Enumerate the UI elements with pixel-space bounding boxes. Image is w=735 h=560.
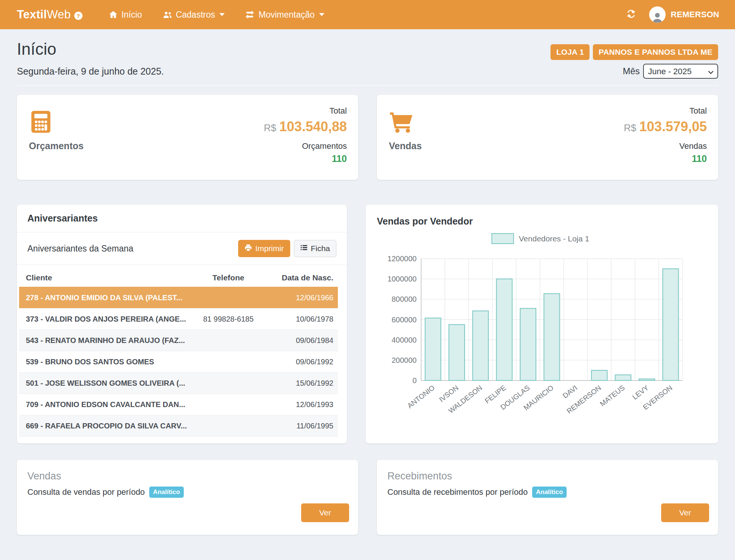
report-title: Recebimentos: [387, 470, 708, 482]
client-birthdate: 11/06/1995: [268, 422, 333, 430]
nav-label: Início: [122, 10, 142, 20]
bar-antonio[interactable]: [425, 318, 441, 380]
chevron-down-icon: [219, 13, 225, 16]
x-tick-label: LEVY: [631, 383, 650, 401]
y-tick-label: 0: [412, 376, 417, 385]
brand[interactable]: TextilWeb ?: [17, 8, 82, 21]
report-subtitle: Consulta de vendas por período: [27, 487, 145, 497]
divider: [17, 85, 718, 86]
imprimir-button[interactable]: Imprimir: [238, 240, 290, 257]
birthdays-table: Cliente Telefone Data de Nasc. 278 - ANT…: [19, 269, 338, 443]
table-row[interactable]: 501 - JOSE WELISSON GOMES OLIVEIRA (...1…: [19, 372, 338, 394]
vendas-card: Vendas Total R$103.579,05 Vendas 110: [377, 95, 718, 180]
client-name: 501 - JOSE WELISSON GOMES OLIVEIRA (...: [26, 379, 189, 388]
analitico-badge: Analítico: [149, 487, 184, 498]
table-row[interactable]: 539 - BRUNO DOS SANTOS GOMES09/06/1992: [19, 351, 338, 372]
brand-text: TextilWeb: [17, 8, 71, 21]
currency: R$: [264, 122, 276, 133]
ver-button[interactable]: Ver: [301, 503, 349, 522]
bar-everson[interactable]: [663, 269, 678, 380]
top-navbar: TextilWeb ? Início Cadastros: [0, 0, 735, 29]
y-tick-label: 1200000: [387, 255, 417, 263]
client-name: 309 - ANA SEVERINA PAES DA SILVA: [26, 443, 189, 444]
client-name: 278 - ANTONIO EMIDIO DA SILVA (PALEST...: [26, 293, 189, 302]
month-select[interactable]: June - 2025: [643, 64, 718, 79]
legend-label: Vendedores - Loja 1: [519, 234, 590, 243]
col-data-nasc: Data de Nasc.: [268, 273, 333, 282]
report-subtitle: Consulta de recebimentos por período: [387, 487, 528, 497]
nav-item-cadastros[interactable]: Cadastros: [162, 10, 225, 20]
total-value: 103.579,05: [639, 119, 707, 134]
y-tick-label: 800000: [392, 295, 417, 303]
client-birthdate: 12/06/1993: [268, 400, 333, 409]
chevron-down-icon: [319, 13, 324, 16]
exchange-icon: [245, 10, 255, 19]
client-name: 543 - RENATO MARINHO DE ARAUJO (FAZ...: [26, 336, 189, 345]
bar-mauricio[interactable]: [544, 293, 560, 380]
client-name: 709 - ANTONIO EDSON CAVALCANTE DAN...: [26, 400, 189, 409]
currency: R$: [624, 122, 636, 133]
x-tick-label: IVSON: [438, 384, 460, 404]
chart-title: Vendas por Vendedor: [377, 216, 707, 227]
client-name: 539 - BRUNO DOS SANTOS GOMES: [26, 358, 189, 366]
nav-item-inicio[interactable]: Início: [109, 10, 142, 20]
y-tick-label: 400000: [392, 336, 417, 344]
client-birthdate: 09/06/1984: [268, 336, 333, 345]
count-label: Orçamentos: [264, 141, 347, 151]
bar-ivson[interactable]: [449, 325, 465, 380]
cart-icon: [389, 110, 414, 135]
bar-levy[interactable]: [639, 379, 655, 380]
bar-felipe[interactable]: [496, 279, 512, 380]
store-badge: LOJA 1: [550, 44, 590, 60]
y-tick-label: 200000: [392, 356, 417, 364]
table-row[interactable]: 669 - RAFAELA PROCOPIO DA SILVA CARV...1…: [19, 415, 338, 436]
home-icon: [109, 10, 118, 19]
x-tick-label: MATEUS: [598, 384, 626, 408]
count-value: 110: [624, 153, 707, 164]
button-label: Ficha: [311, 244, 330, 253]
total-value: 103.540,88: [279, 119, 347, 134]
nav-item-movimentacao[interactable]: Movimentação: [245, 10, 324, 20]
table-row[interactable]: 278 - ANTONIO EMIDIO DA SILVA (PALEST...…: [19, 287, 338, 308]
total-label: Total: [624, 106, 707, 116]
client-name: 373 - VALDIR DOS ANJOS PEREIRA (ANGE...: [26, 315, 189, 323]
help-icon[interactable]: ?: [74, 12, 82, 20]
bar-mateus[interactable]: [615, 375, 631, 380]
page-content: Início LOJA 1 PANNOS E PANNOS LTDA ME Se…: [0, 40, 735, 535]
y-tick-label: 1000000: [387, 275, 417, 283]
username: REMERSON: [670, 10, 719, 19]
subtitle: Aniversariantes da Semana: [27, 244, 134, 254]
printer-icon: [244, 244, 252, 253]
table-row[interactable]: 309 - ANA SEVERINA PAES DA SILVA81 99671…: [19, 436, 338, 443]
aniversariantes-card: Aniversariantes Aniversariantes da Seman…: [17, 205, 347, 443]
vendas-por-vendedor-card: Vendas por Vendedor Vendedores - Loja 10…: [366, 205, 718, 443]
user-menu[interactable]: REMERSON: [649, 6, 719, 23]
users-icon: [162, 10, 172, 19]
recebimentos-report-card: Recebimentos Consulta de recebimentos po…: [377, 460, 718, 535]
table-header: Cliente Telefone Data de Nasc.: [19, 269, 338, 287]
client-phone: 81 99828-6185: [189, 315, 268, 323]
refresh-icon[interactable]: [626, 9, 636, 21]
vendas-report-card: Vendas Consulta de vendas por período An…: [17, 460, 358, 535]
table-row[interactable]: 373 - VALDIR DOS ANJOS PEREIRA (ANGE...8…: [19, 308, 338, 329]
table-row[interactable]: 543 - RENATO MARINHO DE ARAUJO (FAZ...09…: [19, 329, 338, 351]
bar-douglas[interactable]: [520, 308, 536, 380]
count-value: 110: [264, 153, 347, 164]
x-tick-label: ANTONIO: [406, 384, 436, 410]
bar-waldeson[interactable]: [472, 311, 488, 380]
x-tick-label: DAVI: [561, 384, 579, 400]
page-title: Início: [17, 40, 56, 58]
ficha-button[interactable]: Ficha: [294, 240, 336, 257]
col-cliente: Cliente: [26, 273, 189, 282]
month-label: Mês: [623, 66, 640, 76]
ver-button[interactable]: Ver: [661, 503, 709, 522]
count-label: Vendas: [624, 141, 707, 151]
table-row[interactable]: 709 - ANTONIO EDSON CAVALCANTE DAN...12/…: [19, 394, 338, 415]
client-birthdate: 10/06/2016: [268, 443, 333, 444]
bar-remerson[interactable]: [591, 370, 607, 380]
client-phone: 81 99671-4146: [189, 443, 268, 444]
report-title: Vendas: [27, 470, 348, 482]
store-badges: LOJA 1 PANNOS E PANNOS LTDA ME: [550, 44, 718, 60]
client-birthdate: 15/06/1992: [268, 379, 333, 388]
current-date: Segunda-feira, 9 de junho de 2025.: [17, 66, 164, 77]
